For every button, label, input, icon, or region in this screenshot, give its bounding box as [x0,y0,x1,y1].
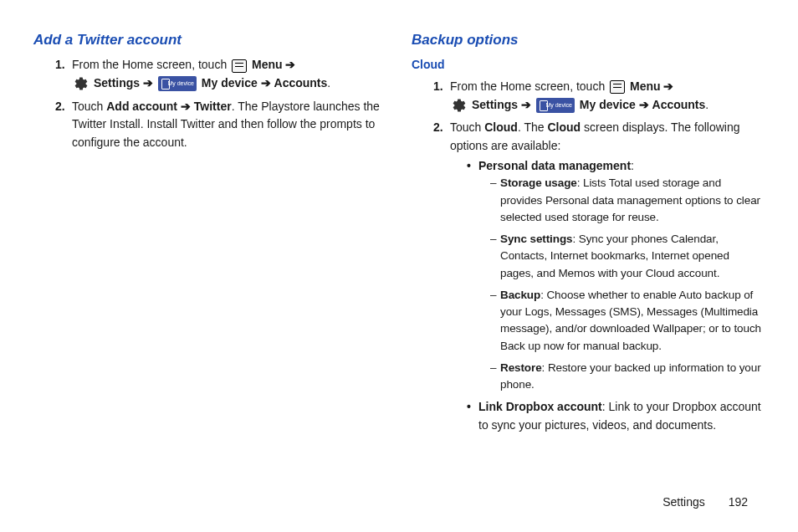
cloud-subhead: Cloud [412,56,765,74]
label: Backup [500,289,540,301]
settings-icon [74,76,89,91]
period: . [327,76,330,90]
options-list: Personal data management: Storage usage:… [450,157,765,435]
add-account-twitter: Add account ➔ Twitter [106,100,231,113]
step-number: 2. [55,98,65,116]
arrow-icon: ➔ [285,58,295,71]
mydevice-label: My device [202,76,258,90]
menu-icon [610,80,625,94]
pdm-label: Personal data management [478,159,631,172]
arrow-icon: ➔ [521,98,531,111]
settings-icon [452,98,467,113]
text: Touch [72,100,106,113]
menu-icon [232,59,247,73]
left-step-2: 2. Touch Add account ➔ Twitter. The Play… [57,98,386,152]
my-device-icon: My device [158,76,197,91]
settings-label: Settings [94,76,140,90]
arrow-icon: ➔ [261,76,271,90]
left-title: Add a Twitter account [33,29,386,51]
right-step-1: 1. From the Home screen, touch Menu ➔ Se… [435,78,765,114]
step-number: 1. [55,56,65,74]
right-title: Backup options [412,29,765,51]
cloud-bold2: Cloud [547,120,581,134]
mydevice-label: My device [580,98,636,111]
text: . The [518,120,548,134]
page-footer: Settings 192 [662,494,748,512]
right-column: Backup options Cloud 1. From the Home sc… [412,29,765,440]
arrow-icon: ➔ [663,79,673,93]
arrow-icon: ➔ [639,98,649,111]
accounts-label: Accounts [274,76,328,90]
footer-page-number: 192 [729,495,748,509]
dropbox-label: Link Dropbox account [478,400,602,413]
label: Restore [500,361,542,374]
text: From the Home screen, touch [450,79,608,93]
settings-label: Settings [472,98,518,111]
colon: : [631,159,634,172]
sub-sync: Sync settings: Sync your phones Calendar… [490,231,765,282]
right-step-2: 2. Touch Cloud. The Cloud screen display… [435,119,765,434]
text: Touch [450,120,484,134]
text: From the Home screen, touch [72,58,230,71]
menu-label: Menu [252,58,283,71]
arrow-icon: ➔ [143,76,153,90]
menu-label: Menu [630,79,661,93]
left-steps: 1. From the Home screen, touch Menu ➔ Se… [33,56,386,151]
label: Storage usage [500,176,577,189]
step-number: 1. [433,78,443,96]
right-steps: 1. From the Home screen, touch Menu ➔ Se… [412,78,765,435]
my-device-icon: My device [536,98,575,113]
left-column: Add a Twitter account 1. From the Home s… [33,29,386,440]
page-columns: Add a Twitter account 1. From the Home s… [33,29,765,440]
pdm-sublist: Storage usage: Lists Total used storage … [478,175,765,393]
label: Sync settings [500,233,572,245]
option-dropbox: Link Dropbox account: Link to your Dropb… [467,398,765,434]
accounts-label: Accounts [652,98,706,111]
sub-restore: Restore: Restore your backed up informat… [490,360,765,394]
step-number: 2. [433,119,443,137]
option-pdm: Personal data management: Storage usage:… [467,157,765,394]
cloud-bold: Cloud [484,120,518,134]
sub-storage: Storage usage: Lists Total used storage … [490,175,765,226]
footer-section: Settings [662,495,705,509]
sub-backup: Backup: Choose whether to enable Auto ba… [490,287,765,355]
left-step-1: 1. From the Home screen, touch Menu ➔ Se… [57,56,386,92]
period: . [705,98,708,111]
